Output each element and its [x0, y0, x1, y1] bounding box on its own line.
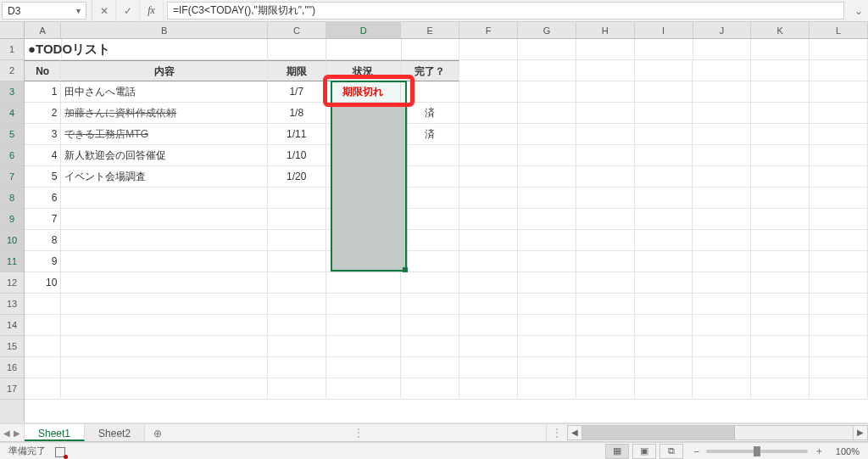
- cell[interactable]: [751, 39, 810, 60]
- scroll-track[interactable]: [582, 425, 853, 440]
- tab-next-button[interactable]: ▶: [14, 428, 20, 438]
- cell[interactable]: [459, 294, 518, 315]
- cell[interactable]: [326, 39, 401, 60]
- cell-status[interactable]: [326, 251, 401, 272]
- zoom-out-button[interactable]: −: [693, 446, 698, 456]
- cell[interactable]: [751, 272, 810, 294]
- cell[interactable]: [810, 124, 868, 145]
- cell[interactable]: [576, 166, 635, 188]
- row-header-15[interactable]: 15: [0, 336, 24, 357]
- name-box[interactable]: D3 ▾: [2, 2, 86, 20]
- cell-no[interactable]: 8: [25, 230, 61, 251]
- cell-done[interactable]: [401, 272, 459, 294]
- cell[interactable]: [61, 294, 268, 315]
- cell[interactable]: [576, 209, 635, 230]
- cell[interactable]: [635, 230, 693, 251]
- cell[interactable]: [401, 315, 459, 336]
- cell[interactable]: [635, 124, 693, 145]
- cell-no[interactable]: 1: [25, 81, 61, 103]
- cell[interactable]: [635, 315, 693, 336]
- cell-status[interactable]: [326, 230, 401, 251]
- cell[interactable]: [635, 39, 693, 60]
- cancel-button[interactable]: ✕: [92, 0, 116, 21]
- column-header-C[interactable]: C: [268, 22, 326, 38]
- row-header-12[interactable]: 12: [0, 272, 24, 294]
- cell[interactable]: [810, 357, 868, 378]
- formula-input[interactable]: =IF(C3<TODAY(),"期限切れ",""): [167, 2, 844, 20]
- cell[interactable]: [518, 230, 576, 251]
- header-content[interactable]: 内容: [61, 60, 268, 81]
- cell[interactable]: [751, 230, 810, 251]
- cell[interactable]: [751, 336, 810, 357]
- cell[interactable]: [326, 315, 401, 336]
- cell-content[interactable]: [61, 188, 268, 209]
- cell-status[interactable]: [326, 145, 401, 166]
- expand-formula-bar-button[interactable]: ⌄: [849, 0, 868, 21]
- tab-sheet1[interactable]: Sheet1: [25, 424, 85, 441]
- cell[interactable]: [459, 145, 518, 166]
- cell-content[interactable]: できる工務店MTG: [61, 124, 268, 145]
- cell[interactable]: [326, 336, 401, 357]
- cell[interactable]: [810, 166, 868, 188]
- column-header-I[interactable]: I: [635, 22, 693, 38]
- column-header-K[interactable]: K: [751, 22, 810, 38]
- cell-content[interactable]: 新人歓迎会の回答催促: [61, 145, 268, 166]
- cell[interactable]: [751, 81, 810, 103]
- cell[interactable]: [518, 272, 576, 294]
- column-header-E[interactable]: E: [401, 22, 459, 38]
- cell[interactable]: [518, 336, 576, 357]
- cell-done[interactable]: [401, 145, 459, 166]
- cell[interactable]: [693, 294, 751, 315]
- column-header-D[interactable]: D: [326, 22, 401, 38]
- header-done[interactable]: 完了？: [401, 60, 459, 81]
- row-header-2[interactable]: 2: [0, 60, 24, 81]
- cell[interactable]: [459, 39, 518, 60]
- cell[interactable]: [810, 336, 868, 357]
- cell[interactable]: [576, 145, 635, 166]
- cell[interactable]: [268, 315, 326, 336]
- cell[interactable]: [576, 357, 635, 378]
- cell-deadline[interactable]: 1/20: [268, 166, 326, 188]
- cell[interactable]: [518, 103, 576, 124]
- cell[interactable]: [401, 336, 459, 357]
- row-header-9[interactable]: 9: [0, 209, 24, 230]
- cell[interactable]: [401, 378, 459, 400]
- cell[interactable]: [810, 103, 868, 124]
- cell[interactable]: [576, 294, 635, 315]
- cell[interactable]: [576, 230, 635, 251]
- cell[interactable]: [576, 188, 635, 209]
- cell[interactable]: [459, 378, 518, 400]
- cell[interactable]: [693, 145, 751, 166]
- column-header-A[interactable]: A: [25, 22, 61, 38]
- cell[interactable]: [635, 336, 693, 357]
- cell[interactable]: [518, 315, 576, 336]
- cell[interactable]: [693, 336, 751, 357]
- cell[interactable]: [518, 294, 576, 315]
- tab-add-button[interactable]: ⊕: [145, 424, 170, 441]
- cell-done[interactable]: [401, 230, 459, 251]
- cell-done[interactable]: [401, 188, 459, 209]
- row-header-14[interactable]: 14: [0, 315, 24, 336]
- cell[interactable]: [751, 166, 810, 188]
- cell[interactable]: [635, 145, 693, 166]
- cell-no[interactable]: 5: [25, 166, 61, 188]
- cell-deadline[interactable]: 1/7: [268, 81, 326, 103]
- cell[interactable]: [810, 209, 868, 230]
- cell[interactable]: [518, 251, 576, 272]
- cell[interactable]: [810, 81, 868, 103]
- cell-content[interactable]: 加藤さんに資料作成依頼: [61, 103, 268, 124]
- title-cell[interactable]: ●TODOリスト: [25, 39, 62, 60]
- cell[interactable]: [693, 272, 751, 294]
- cell-done[interactable]: [401, 209, 459, 230]
- cell[interactable]: [326, 378, 401, 400]
- cell[interactable]: [693, 39, 752, 60]
- cell-deadline[interactable]: 1/8: [268, 103, 326, 124]
- cell[interactable]: [693, 166, 751, 188]
- row-header-7[interactable]: 7: [0, 166, 24, 188]
- column-header-B[interactable]: B: [61, 22, 268, 38]
- cell[interactable]: [576, 336, 635, 357]
- cell[interactable]: [576, 251, 635, 272]
- cell[interactable]: [402, 39, 460, 60]
- cell[interactable]: [751, 103, 810, 124]
- cell[interactable]: [576, 81, 635, 103]
